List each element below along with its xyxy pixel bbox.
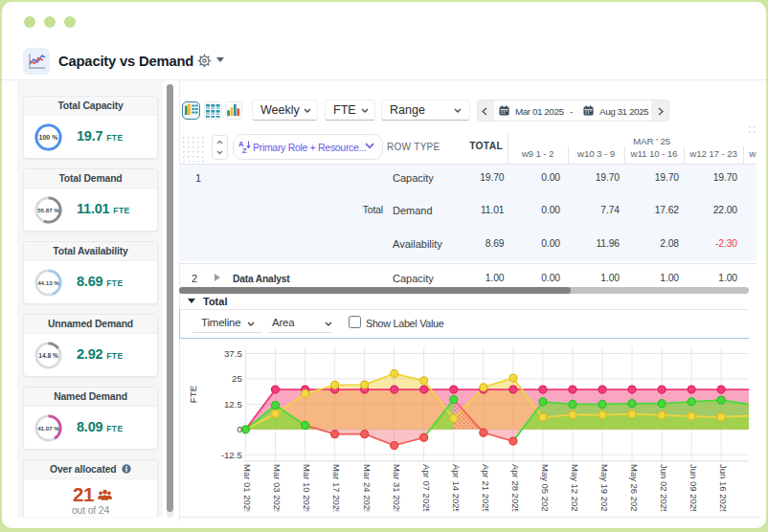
svg-text:0: 0 xyxy=(237,424,242,434)
svg-text:Jun 16 2025: Jun 16 2025 xyxy=(717,464,728,514)
svg-text:May 19 2025: May 19 2025 xyxy=(599,464,609,517)
svg-text:37.5: 37.5 xyxy=(223,348,242,359)
svg-text:May 12 2025: May 12 2025 xyxy=(569,464,579,517)
svg-text:May 26 2025: May 26 2025 xyxy=(628,464,639,517)
svg-text:12.5: 12.5 xyxy=(223,398,242,409)
svg-text:Z: Z xyxy=(242,146,247,154)
svg-text:May 05 2025: May 05 2025 xyxy=(539,464,550,517)
svg-text:Mar 17 2025: Mar 17 2025 xyxy=(331,464,342,515)
svg-text:Mar 10 2025: Mar 10 2025 xyxy=(302,464,312,515)
svg-text:Mar 01 2025: Mar 01 2025 xyxy=(242,464,253,515)
svg-text:Mar 03 2025: Mar 03 2025 xyxy=(272,464,282,515)
svg-text:Mar 24 2025: Mar 24 2025 xyxy=(361,464,372,515)
svg-text:Apr 28 2025: Apr 28 2025 xyxy=(509,464,520,514)
svg-text:Apr 14 2025: Apr 14 2025 xyxy=(450,464,461,514)
svg-text:Jun 09 2025: Jun 09 2025 xyxy=(688,464,698,514)
svg-text:Jun 02 2025: Jun 02 2025 xyxy=(658,464,668,514)
svg-text:Apr 21 2025: Apr 21 2025 xyxy=(480,464,490,514)
svg-text:25: 25 xyxy=(232,373,242,384)
svg-text:Mar 31 2025: Mar 31 2025 xyxy=(391,464,401,515)
svg-text:FTE: FTE xyxy=(188,385,198,403)
svg-text:Apr 07 2025: Apr 07 2025 xyxy=(420,464,431,514)
svg-text:-12.5: -12.5 xyxy=(220,449,242,459)
